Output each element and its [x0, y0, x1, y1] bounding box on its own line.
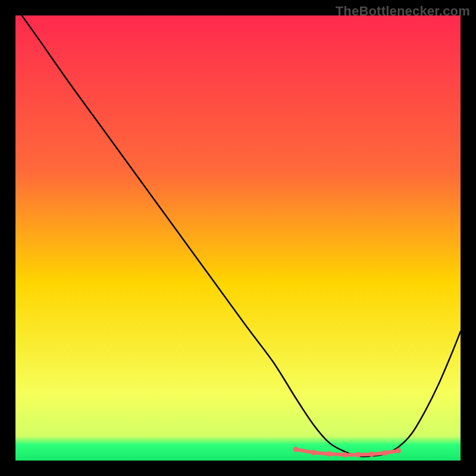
watermark-text: TheBottlenecker.com — [336, 4, 470, 19]
plot-area — [15, 15, 461, 461]
highlight-dot — [396, 448, 401, 453]
highlight-dot — [311, 450, 317, 455]
highlight-dot — [369, 452, 374, 457]
highlight-dot — [355, 452, 361, 458]
chart-frame: TheBottlenecker.com — [0, 0, 476, 476]
highlight-dot — [342, 452, 347, 458]
highlight-dot — [293, 447, 299, 452]
chart-svg — [15, 15, 461, 461]
highlight-dot — [382, 450, 387, 456]
chart-background — [15, 15, 461, 461]
highlight-dot — [327, 451, 332, 456]
